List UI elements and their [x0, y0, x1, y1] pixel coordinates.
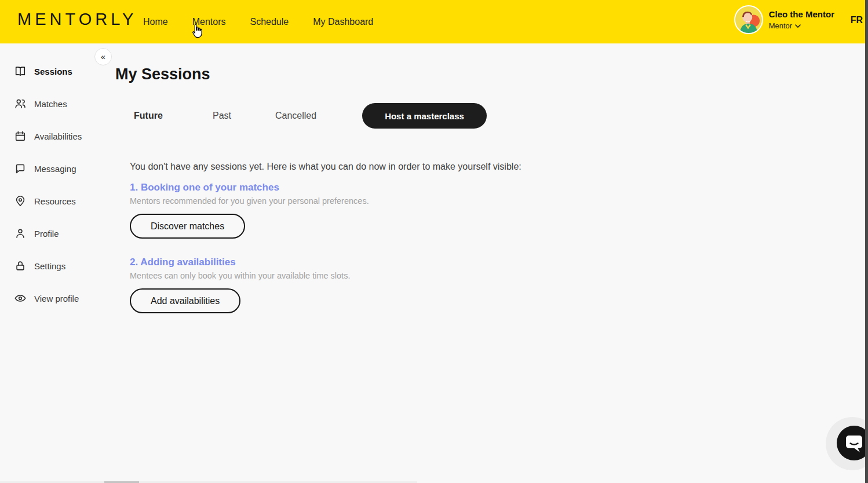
sidebar-item-settings[interactable]: Settings [0, 250, 116, 282]
step-2-description: Mentees can only book you within your av… [130, 271, 350, 280]
avatar-illustration [735, 6, 762, 33]
avatar[interactable] [734, 5, 763, 34]
nav-home[interactable]: Home [143, 17, 168, 27]
sidebar-item-view-profile[interactable]: View profile [0, 282, 116, 314]
sidebar: Sessions Matches Availabilities Messagin… [0, 43, 116, 314]
book-icon [14, 65, 27, 78]
sidebar-item-matches[interactable]: Matches [0, 87, 116, 120]
top-header: MENTORLY Home Mentors Schedule My Dashbo… [0, 0, 868, 43]
people-icon [14, 97, 27, 110]
sidebar-item-resources[interactable]: Resources [0, 185, 116, 217]
person-icon [14, 227, 27, 240]
discover-matches-button[interactable]: Discover matches [130, 214, 245, 239]
step-1-description: Mentors recommended for you given your p… [130, 196, 369, 206]
sidebar-item-profile[interactable]: Profile [0, 217, 116, 250]
sidebar-label: Matches [34, 99, 67, 109]
sidebar-collapse-button[interactable]: « [94, 48, 112, 65]
tab-future[interactable]: Future [134, 103, 163, 129]
tab-cancelled[interactable]: Cancelled [275, 103, 316, 129]
chevron-down-icon [795, 24, 801, 28]
sidebar-label: Sessions [34, 67, 72, 76]
host-masterclass-button[interactable]: Host a masterclass [362, 103, 487, 129]
step-1-heading: 1. Booking one of your matches [130, 182, 279, 193]
lock-icon [14, 259, 27, 272]
calendar-icon [14, 130, 27, 142]
vertical-scrollbar[interactable] [865, 0, 868, 483]
sidebar-label: View profile [34, 294, 79, 303]
step-2-heading: 2. Adding availabilities [130, 257, 236, 268]
user-name: Cleo the Mentor [769, 9, 834, 19]
empty-sessions-message: You don't have any sessions yet. Here is… [130, 162, 521, 172]
sidebar-item-messaging[interactable]: Messaging [0, 152, 116, 185]
page-title: My Sessions [115, 65, 210, 83]
sidebar-label: Profile [34, 229, 59, 239]
language-toggle[interactable]: FR [851, 15, 863, 25]
user-meta: Cleo the Mentor Mentor [769, 9, 834, 30]
chat-bubble-icon [837, 426, 868, 460]
sessions-tabs: Future Past Cancelled Host a masterclass [115, 103, 637, 129]
nav-my-dashboard[interactable]: My Dashboard [313, 17, 373, 27]
chat-launcher-button[interactable] [837, 426, 868, 460]
nav-mentors[interactable]: Mentors [192, 17, 226, 27]
sidebar-label: Resources [34, 196, 76, 206]
main-content: My Sessions Future Past Cancelled Host a… [115, 43, 753, 483]
user-menu[interactable]: Cleo the Mentor Mentor [734, 5, 834, 34]
sidebar-label: Settings [34, 261, 65, 271]
chat-icon [14, 162, 27, 175]
nav-schedule[interactable]: Schedule [250, 17, 289, 27]
add-availabilities-button[interactable]: Add availabilities [130, 288, 240, 313]
sidebar-label: Availabilities [34, 131, 82, 141]
sidebar-label: Messaging [34, 164, 76, 174]
sidebar-item-availabilities[interactable]: Availabilities [0, 120, 116, 152]
tab-past[interactable]: Past [213, 103, 231, 129]
map-pin-icon [14, 195, 27, 207]
mentorly-logo[interactable]: MENTORLY [17, 10, 137, 29]
main-nav: Home Mentors Schedule My Dashboard [143, 0, 373, 43]
role-label: Mentor [769, 21, 792, 30]
role-dropdown[interactable]: Mentor [769, 21, 834, 30]
collapse-icon: « [101, 52, 105, 61]
eye-icon [14, 292, 27, 305]
